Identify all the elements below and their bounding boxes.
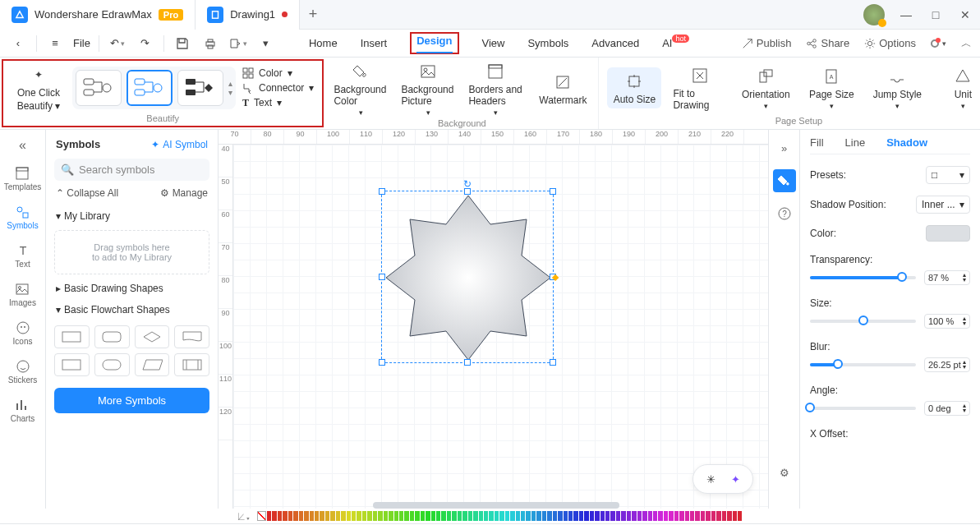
color-swatch[interactable] [658, 511, 662, 521]
color-swatch[interactable] [685, 511, 689, 521]
color-swatch[interactable] [272, 511, 276, 521]
undo-button[interactable]: ↶ [108, 34, 127, 53]
ai-magic-button[interactable]: ✦ [726, 470, 744, 488]
color-swatch[interactable] [516, 511, 520, 521]
shape-predefined[interactable] [174, 353, 209, 376]
handle-n[interactable] [464, 188, 471, 195]
color-swatch[interactable] [674, 511, 679, 521]
color-swatch[interactable] [462, 511, 467, 521]
rail-text[interactable]: TText [15, 243, 30, 269]
tab-advanced[interactable]: Advanced [591, 32, 639, 54]
color-swatch[interactable] [373, 511, 377, 521]
tab-home[interactable]: Home [309, 32, 338, 54]
color-swatch[interactable] [315, 511, 319, 521]
color-swatch[interactable] [547, 511, 551, 521]
canvas[interactable]: ↻ ✳ ✦ [233, 145, 768, 509]
export-icon[interactable] [228, 34, 248, 53]
color-swatch[interactable] [484, 511, 488, 521]
color-swatch[interactable] [341, 511, 345, 521]
collapse-ribbon-button[interactable]: ︿ [961, 36, 972, 51]
collapse-left-icon[interactable]: « [19, 138, 26, 153]
expand-right-icon[interactable]: » [773, 136, 796, 159]
redo-button[interactable]: ↷ [136, 34, 155, 53]
color-swatch[interactable] [441, 511, 445, 521]
color-swatch[interactable] [637, 511, 642, 521]
handle-sw[interactable] [379, 359, 385, 366]
color-swatch[interactable] [722, 511, 726, 521]
color-swatch[interactable] [733, 511, 737, 521]
help-button[interactable]: ▾ [931, 39, 946, 48]
color-swatch[interactable] [627, 511, 631, 521]
color-swatch[interactable] [584, 511, 588, 521]
color-swatch[interactable] [738, 511, 742, 521]
color-swatch[interactable] [426, 511, 430, 521]
color-palette[interactable]: ⟀▾ [0, 509, 980, 523]
page-size-button[interactable]: APage Size▾ [804, 66, 858, 110]
shape-diamond[interactable] [135, 325, 170, 348]
rail-icons[interactable]: Icons [13, 320, 33, 346]
connector-menu[interactable]: Connector ▾ [242, 81, 314, 95]
color-swatch[interactable] [394, 511, 398, 521]
color-swatch[interactable] [283, 511, 287, 521]
prop-tab-fill[interactable]: Fill [810, 136, 824, 149]
tab-design[interactable]: Design [416, 30, 452, 53]
text-menu[interactable]: TText ▾ [242, 95, 314, 111]
style-more[interactable]: ▴▾ [228, 79, 232, 97]
handle-ne[interactable] [550, 188, 556, 195]
back-button[interactable]: ‹ [8, 34, 28, 53]
color-swatch[interactable] [510, 511, 514, 521]
color-swatch[interactable] [706, 511, 710, 521]
rail-stickers[interactable]: Stickers [8, 359, 38, 385]
style-preset-2[interactable] [127, 70, 173, 106]
presets-select[interactable]: □▾ [926, 166, 970, 184]
ai-symbol-button[interactable]: ✦ AI Symbol [151, 139, 208, 150]
search-input[interactable]: 🔍 Search symbols [54, 159, 209, 181]
color-swatch[interactable] [404, 511, 408, 521]
size-value[interactable]: 100 %▴▾ [924, 314, 970, 329]
color-swatch[interactable] [304, 511, 308, 521]
angle-value[interactable]: 0 deg▴▾ [924, 401, 970, 416]
color-swatch[interactable] [553, 511, 557, 521]
tab-symbols[interactable]: Symbols [527, 32, 568, 54]
handle-s[interactable] [464, 359, 471, 366]
color-swatch[interactable] [621, 511, 625, 521]
basic-shapes-category[interactable]: ▸ Basic Drawing Shapes [46, 278, 218, 299]
color-swatch[interactable] [468, 511, 472, 521]
color-swatch[interactable] [499, 511, 504, 521]
palette-dropper-icon[interactable]: ⟀▾ [238, 510, 251, 523]
color-swatch[interactable] [526, 511, 530, 521]
color-swatch[interactable] [278, 511, 282, 521]
color-swatch[interactable] [293, 511, 297, 521]
document-tab[interactable]: Drawing1 [196, 0, 300, 30]
rail-charts[interactable]: Charts [11, 398, 35, 423]
color-swatch[interactable] [716, 511, 720, 521]
one-click-beautify-button[interactable]: ✦ One Click Beautify ▾ [12, 64, 66, 112]
more-symbols-button[interactable]: More Symbols [54, 388, 209, 413]
shape-terminator[interactable] [94, 353, 130, 376]
no-color-swatch[interactable] [257, 511, 266, 521]
user-avatar[interactable] [863, 4, 885, 25]
color-swatch[interactable] [536, 511, 541, 521]
color-swatch[interactable] [447, 511, 451, 521]
color-swatch[interactable] [669, 511, 673, 521]
color-swatch[interactable] [399, 511, 403, 521]
color-swatch[interactable] [616, 511, 620, 521]
ai-sparkle-button[interactable]: ✳ [702, 470, 720, 488]
tab-ai[interactable]: AIhot [662, 32, 689, 54]
library-dropzone[interactable]: Drag symbols hereto add to My Library [54, 230, 209, 274]
blur-slider[interactable] [810, 363, 916, 366]
color-swatch[interactable] [610, 511, 614, 521]
color-swatch[interactable] [701, 511, 705, 521]
color-swatch[interactable] [600, 511, 605, 521]
handle-nw[interactable] [379, 188, 385, 195]
auto-size-button[interactable]: Auto Size [607, 67, 661, 108]
borders-button[interactable]: Borders and Headers▾ [468, 61, 522, 117]
handle-se[interactable] [550, 359, 556, 366]
star-shape[interactable] [382, 191, 554, 364]
color-swatch[interactable] [690, 511, 694, 521]
shape-rect2[interactable] [54, 353, 90, 376]
color-swatch[interactable] [410, 511, 414, 521]
color-swatch[interactable] [415, 511, 419, 521]
color-swatch[interactable] [378, 511, 382, 521]
color-swatch[interactable] [595, 511, 599, 521]
